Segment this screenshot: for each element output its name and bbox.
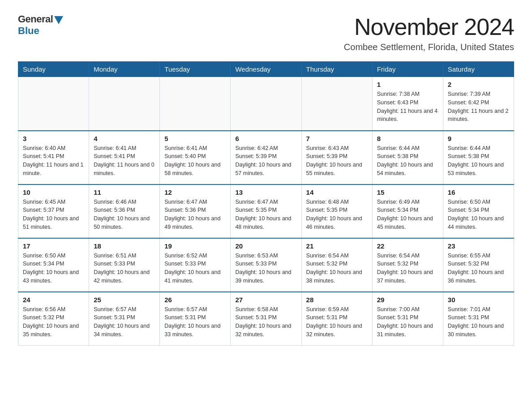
- day-number: 4: [94, 135, 155, 142]
- day-info: Sunrise: 6:51 AM Sunset: 5:33 PM Dayligh…: [94, 252, 155, 285]
- day-info: Sunrise: 6:56 AM Sunset: 5:32 PM Dayligh…: [23, 305, 84, 339]
- day-info: Sunrise: 6:47 AM Sunset: 5:36 PM Dayligh…: [164, 198, 226, 231]
- day-info: Sunrise: 7:39 AM Sunset: 6:42 PM Dayligh…: [448, 90, 509, 124]
- day-number: 20: [235, 242, 296, 250]
- day-number: 24: [23, 296, 84, 304]
- day-info: Sunrise: 7:01 AM Sunset: 5:31 PM Dayligh…: [448, 305, 509, 339]
- calendar-cell: 20Sunrise: 6:53 AM Sunset: 5:33 PM Dayli…: [231, 238, 301, 292]
- day-number: 29: [377, 296, 438, 304]
- day-number: 1: [377, 81, 438, 88]
- day-info: Sunrise: 7:00 AM Sunset: 5:31 PM Dayligh…: [377, 305, 438, 339]
- day-number: 30: [448, 296, 509, 304]
- calendar-cell: 30Sunrise: 7:01 AM Sunset: 5:31 PM Dayli…: [443, 292, 514, 346]
- day-of-week-header: Sunday: [18, 62, 89, 77]
- calendar-cell: 4Sunrise: 6:41 AM Sunset: 5:41 PM Daylig…: [89, 131, 160, 184]
- calendar-cell: 16Sunrise: 6:50 AM Sunset: 5:34 PM Dayli…: [443, 184, 514, 238]
- day-number: 10: [23, 188, 84, 196]
- day-info: Sunrise: 6:42 AM Sunset: 5:39 PM Dayligh…: [235, 144, 296, 178]
- day-info: Sunrise: 6:41 AM Sunset: 5:40 PM Dayligh…: [164, 144, 226, 178]
- logo-general-text: General: [18, 13, 53, 25]
- day-of-week-header: Monday: [89, 62, 160, 77]
- location-subtitle: Combee Settlement, Florida, United State…: [344, 42, 514, 52]
- title-section: November 2024 Combee Settlement, Florida…: [344, 13, 514, 52]
- calendar-cell: 8Sunrise: 6:44 AM Sunset: 5:38 PM Daylig…: [372, 131, 443, 184]
- day-number: 5: [164, 135, 226, 142]
- day-info: Sunrise: 6:49 AM Sunset: 5:34 PM Dayligh…: [377, 198, 438, 231]
- day-number: 26: [164, 296, 226, 304]
- calendar-cell: 14Sunrise: 6:48 AM Sunset: 5:35 PM Dayli…: [301, 184, 372, 238]
- calendar-cell: 24Sunrise: 6:56 AM Sunset: 5:32 PM Dayli…: [18, 292, 89, 346]
- calendar-cell: [160, 77, 231, 131]
- calendar-cell: 17Sunrise: 6:50 AM Sunset: 5:34 PM Dayli…: [18, 238, 89, 292]
- day-info: Sunrise: 6:40 AM Sunset: 5:41 PM Dayligh…: [23, 144, 84, 178]
- day-info: Sunrise: 6:47 AM Sunset: 5:35 PM Dayligh…: [235, 198, 296, 231]
- day-info: Sunrise: 6:45 AM Sunset: 5:37 PM Dayligh…: [23, 198, 84, 231]
- day-of-week-header: Thursday: [301, 62, 372, 77]
- calendar-cell: 1Sunrise: 7:38 AM Sunset: 6:43 PM Daylig…: [372, 77, 443, 131]
- calendar-week-row: 3Sunrise: 6:40 AM Sunset: 5:41 PM Daylig…: [18, 131, 514, 184]
- calendar-cell: 3Sunrise: 6:40 AM Sunset: 5:41 PM Daylig…: [18, 131, 89, 184]
- day-info: Sunrise: 6:43 AM Sunset: 5:39 PM Dayligh…: [306, 144, 368, 178]
- day-number: 13: [235, 188, 296, 196]
- calendar-cell: 19Sunrise: 6:52 AM Sunset: 5:33 PM Dayli…: [160, 238, 231, 292]
- calendar-cell: 18Sunrise: 6:51 AM Sunset: 5:33 PM Dayli…: [89, 238, 160, 292]
- calendar-week-row: 10Sunrise: 6:45 AM Sunset: 5:37 PM Dayli…: [18, 184, 514, 238]
- calendar-cell: 9Sunrise: 6:44 AM Sunset: 5:38 PM Daylig…: [443, 131, 514, 184]
- page-header: General Blue November 2024 Combee Settle…: [18, 13, 514, 52]
- day-number: 14: [306, 188, 368, 196]
- day-of-week-header: Friday: [372, 62, 443, 77]
- day-of-week-header: Wednesday: [231, 62, 301, 77]
- day-info: Sunrise: 6:59 AM Sunset: 5:31 PM Dayligh…: [306, 305, 368, 339]
- day-info: Sunrise: 6:54 AM Sunset: 5:32 PM Dayligh…: [377, 252, 438, 285]
- day-number: 21: [306, 242, 368, 250]
- day-number: 2: [448, 81, 509, 88]
- calendar-cell: 21Sunrise: 6:54 AM Sunset: 5:32 PM Dayli…: [301, 238, 372, 292]
- day-number: 28: [306, 296, 368, 304]
- day-info: Sunrise: 6:53 AM Sunset: 5:33 PM Dayligh…: [235, 252, 296, 285]
- month-title: November 2024: [344, 13, 514, 40]
- day-info: Sunrise: 6:46 AM Sunset: 5:36 PM Dayligh…: [94, 198, 155, 231]
- day-info: Sunrise: 6:48 AM Sunset: 5:35 PM Dayligh…: [306, 198, 368, 231]
- calendar-week-row: 24Sunrise: 6:56 AM Sunset: 5:32 PM Dayli…: [18, 292, 514, 346]
- day-info: Sunrise: 6:54 AM Sunset: 5:32 PM Dayligh…: [306, 252, 368, 285]
- calendar-cell: [231, 77, 301, 131]
- day-number: 15: [377, 188, 438, 196]
- calendar-cell: 25Sunrise: 6:57 AM Sunset: 5:31 PM Dayli…: [89, 292, 160, 346]
- day-number: 11: [94, 188, 155, 196]
- day-info: Sunrise: 6:58 AM Sunset: 5:31 PM Dayligh…: [235, 305, 296, 339]
- calendar-cell: 28Sunrise: 6:59 AM Sunset: 5:31 PM Dayli…: [301, 292, 372, 346]
- day-info: Sunrise: 6:41 AM Sunset: 5:41 PM Dayligh…: [94, 144, 155, 178]
- day-number: 17: [23, 242, 84, 250]
- calendar-cell: 7Sunrise: 6:43 AM Sunset: 5:39 PM Daylig…: [301, 131, 372, 184]
- calendar-cell: 26Sunrise: 6:57 AM Sunset: 5:31 PM Dayli…: [160, 292, 231, 346]
- calendar-cell: 2Sunrise: 7:39 AM Sunset: 6:42 PM Daylig…: [443, 77, 514, 131]
- day-number: 12: [164, 188, 226, 196]
- calendar-cell: [301, 77, 372, 131]
- day-info: Sunrise: 7:38 AM Sunset: 6:43 PM Dayligh…: [377, 90, 438, 124]
- day-number: 8: [377, 135, 438, 142]
- day-info: Sunrise: 6:57 AM Sunset: 5:31 PM Dayligh…: [94, 305, 155, 339]
- calendar-header-row: SundayMondayTuesdayWednesdayThursdayFrid…: [18, 62, 514, 77]
- day-info: Sunrise: 6:44 AM Sunset: 5:38 PM Dayligh…: [448, 144, 509, 178]
- calendar-cell: [18, 77, 89, 131]
- calendar-cell: 12Sunrise: 6:47 AM Sunset: 5:36 PM Dayli…: [160, 184, 231, 238]
- day-number: 9: [448, 135, 509, 142]
- day-number: 18: [94, 242, 155, 250]
- calendar-cell: 11Sunrise: 6:46 AM Sunset: 5:36 PM Dayli…: [89, 184, 160, 238]
- day-info: Sunrise: 6:44 AM Sunset: 5:38 PM Dayligh…: [377, 144, 438, 178]
- calendar-cell: [89, 77, 160, 131]
- day-number: 7: [306, 135, 368, 142]
- calendar-cell: 13Sunrise: 6:47 AM Sunset: 5:35 PM Dayli…: [231, 184, 301, 238]
- logo: General Blue: [18, 13, 63, 37]
- calendar-cell: 5Sunrise: 6:41 AM Sunset: 5:40 PM Daylig…: [160, 131, 231, 184]
- logo-triangle-icon: [54, 16, 63, 24]
- day-number: 27: [235, 296, 296, 304]
- calendar-week-row: 1Sunrise: 7:38 AM Sunset: 6:43 PM Daylig…: [18, 77, 514, 131]
- day-number: 22: [377, 242, 438, 250]
- day-of-week-header: Saturday: [443, 62, 514, 77]
- calendar-cell: 15Sunrise: 6:49 AM Sunset: 5:34 PM Dayli…: [372, 184, 443, 238]
- day-number: 25: [94, 296, 155, 304]
- calendar-cell: 23Sunrise: 6:55 AM Sunset: 5:32 PM Dayli…: [443, 238, 514, 292]
- calendar-cell: 29Sunrise: 7:00 AM Sunset: 5:31 PM Dayli…: [372, 292, 443, 346]
- day-info: Sunrise: 6:52 AM Sunset: 5:33 PM Dayligh…: [164, 252, 226, 285]
